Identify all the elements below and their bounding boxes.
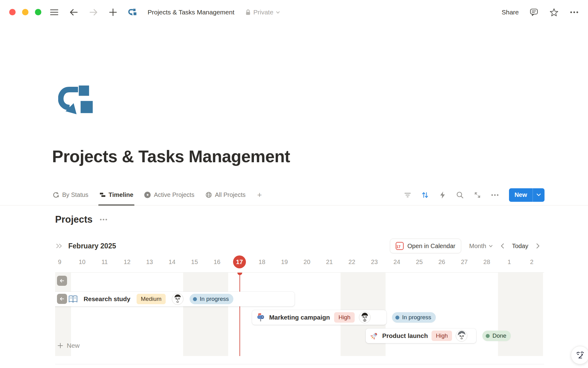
sort-icon[interactable] (420, 190, 430, 200)
scroll-to-item-chip[interactable] (57, 276, 67, 286)
assignee-avatar (359, 312, 371, 323)
back-arrow-icon[interactable] (69, 7, 79, 17)
weekend-band (183, 273, 228, 356)
globe-icon (205, 192, 212, 198)
plus-icon (58, 343, 63, 348)
comments-icon[interactable] (529, 7, 539, 17)
new-button-dropdown[interactable] (533, 188, 545, 202)
lightning-icon[interactable] (438, 190, 447, 200)
day-label: 15 (191, 259, 198, 266)
mailbox-icon (256, 313, 265, 322)
double-chevron-icon[interactable] (56, 243, 63, 249)
priority-badge: High (334, 312, 355, 323)
project-title: Research study (84, 295, 130, 303)
today-day-label: 17 (233, 255, 246, 268)
day-label: 20 (303, 259, 310, 266)
page-logo-icon (127, 7, 138, 17)
sidebar-menu-icon[interactable] (49, 7, 59, 17)
day-label: 16 (213, 259, 220, 266)
view-more-icon[interactable] (490, 190, 499, 200)
day-label: 27 (461, 259, 468, 266)
favorite-star-icon[interactable] (549, 7, 559, 17)
scroll-to-item-chip[interactable] (57, 294, 67, 304)
timeline-controls: February 2025 17 Open in Calendar Month … (56, 238, 540, 254)
prev-period-button[interactable] (501, 243, 504, 249)
timeline-grid: Research study Medium In progress Market… (55, 272, 544, 364)
share-button[interactable]: Share (502, 9, 519, 16)
status-pill[interactable]: In progress (392, 312, 436, 323)
tab-timeline[interactable]: Timeline (100, 185, 134, 205)
priority-badge: High (432, 331, 452, 341)
day-label: 2 (530, 259, 533, 266)
new-button-label[interactable]: New (509, 188, 533, 202)
status-cycle-icon (53, 192, 59, 198)
day-label: 19 (281, 259, 288, 266)
ai-face-icon (575, 350, 585, 360)
filter-icon[interactable] (403, 190, 412, 200)
timeline-bar-product-launch[interactable]: Product launch High (366, 328, 476, 343)
chevron-down-icon (276, 11, 280, 14)
notion-ai-button[interactable] (571, 346, 588, 364)
zoom-level-select[interactable]: Month (469, 243, 493, 250)
day-label: 13 (146, 259, 153, 266)
search-icon[interactable] (455, 190, 465, 200)
breadcrumb-page-title[interactable]: Projects & Tasks Management (148, 9, 234, 16)
day-label: 25 (416, 259, 423, 266)
day-label: 10 (79, 259, 85, 266)
status-pill[interactable]: Done (482, 331, 511, 341)
new-timeline-item-button[interactable]: New (58, 342, 80, 349)
page-icon-logo[interactable] (58, 84, 95, 117)
more-options-icon[interactable] (569, 7, 579, 17)
view-toolbar: New (403, 185, 545, 205)
day-label: 12 (124, 259, 130, 266)
timeline-bar-research-study[interactable]: Research study Medium In progress (55, 292, 295, 306)
tab-all-projects[interactable]: All Projects (205, 185, 246, 205)
add-view-button[interactable]: + (257, 190, 262, 200)
tab-active-projects[interactable]: ★ Active Projects (144, 185, 194, 205)
privacy-selector[interactable]: Private (245, 9, 280, 16)
view-tabs: By Status Timeline ★ Active Projects All… (53, 185, 262, 205)
next-period-button[interactable] (536, 243, 540, 249)
lock-icon (245, 9, 251, 15)
day-label: 23 (371, 259, 378, 266)
close-window-button[interactable] (9, 9, 16, 15)
arrow-left-icon (60, 279, 64, 283)
today-indicator-dot (237, 272, 242, 275)
day-label: 28 (483, 259, 490, 266)
assignee-avatar (456, 330, 467, 342)
status-dot (193, 297, 197, 301)
timeline-day-labels: 9 10 11 12 13 14 15 16 17 18 19 20 21 22… (48, 255, 543, 268)
status-pill[interactable]: In progress (190, 294, 233, 304)
new-button[interactable]: New (509, 188, 545, 202)
day-label: 18 (258, 259, 265, 266)
forward-arrow-icon[interactable] (88, 7, 99, 17)
arrow-left-icon (60, 297, 64, 301)
minimize-window-button[interactable] (22, 9, 28, 15)
new-tab-icon[interactable] (108, 7, 118, 17)
day-label: 14 (169, 259, 175, 266)
weekend-band (498, 273, 543, 356)
chevron-down-icon (537, 194, 541, 196)
notion-window: Projects & Tasks Management Private Shar… (0, 0, 588, 368)
assignee-avatar (172, 293, 183, 305)
status-dot (395, 316, 399, 320)
chevron-down-icon (489, 245, 493, 247)
expand-icon[interactable] (473, 190, 482, 200)
page-title[interactable]: Projects & Tasks Management (52, 147, 290, 166)
timeline-bar-marketing-campaign[interactable]: Marketing campaign High (252, 310, 386, 325)
star-circle-icon: ★ (144, 192, 151, 198)
day-label: 21 (326, 259, 333, 266)
open-in-calendar-button[interactable]: 17 Open in Calendar (390, 239, 461, 253)
tab-by-status[interactable]: By Status (53, 185, 89, 205)
maximize-window-button[interactable] (35, 9, 41, 15)
day-label: 24 (394, 259, 400, 266)
section-more-icon[interactable] (100, 219, 107, 220)
day-label: 26 (438, 259, 445, 266)
project-title: Product launch (382, 332, 428, 339)
window-controls (9, 9, 41, 15)
timeline-month-label: February 2025 (68, 242, 116, 250)
calendar-icon: 17 (396, 242, 404, 250)
titlebar: Projects & Tasks Management Private Shar… (0, 0, 588, 25)
book-icon (69, 295, 77, 303)
today-button[interactable]: Today (512, 243, 528, 250)
